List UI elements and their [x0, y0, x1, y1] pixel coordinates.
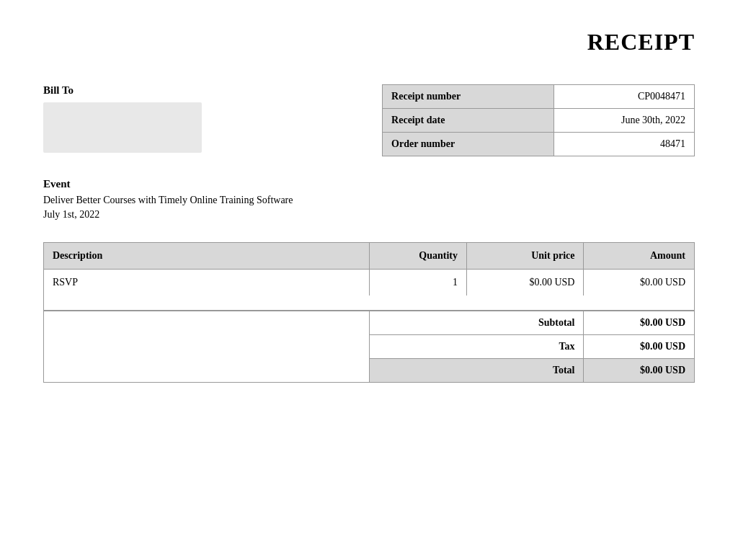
receipt-date-row: Receipt date June 30th, 2022 — [383, 109, 695, 133]
total-label: Total — [369, 359, 584, 383]
bill-to-label: Bill To — [43, 84, 304, 97]
row-unit-price: $0.00 USD — [466, 270, 584, 296]
order-number-value: 48471 — [554, 133, 695, 156]
event-label: Event — [43, 178, 695, 190]
spacer-row — [44, 295, 695, 311]
receipt-number-row: Receipt number CP0048471 — [383, 85, 695, 109]
header-description: Description — [44, 243, 370, 270]
header-amount: Amount — [584, 243, 695, 270]
subtotal-row: Subtotal $0.00 USD — [44, 311, 695, 335]
row-description: RSVP — [44, 270, 370, 296]
tax-label: Tax — [369, 335, 584, 359]
summary-table: Subtotal $0.00 USD Tax $0.00 USD Total $… — [43, 311, 695, 383]
event-section: Event Deliver Better Courses with Timely… — [43, 178, 695, 221]
receipt-number-label: Receipt number — [383, 85, 554, 109]
items-table: Description Quantity Unit price Amount R… — [43, 242, 695, 311]
bill-to-section: Bill To — [43, 84, 304, 153]
row-amount: $0.00 USD — [584, 270, 695, 296]
bill-to-placeholder — [43, 102, 202, 153]
order-number-label: Order number — [383, 133, 554, 156]
receipt-date-value: June 30th, 2022 — [554, 109, 695, 133]
receipt-number-value: CP0048471 — [554, 85, 695, 109]
table-row: RSVP 1 $0.00 USD $0.00 USD — [44, 270, 695, 296]
receipt-info-table: Receipt number CP0048471 Receipt date Ju… — [382, 84, 695, 156]
row-quantity: 1 — [369, 270, 466, 296]
receipt-date-label: Receipt date — [383, 109, 554, 133]
subtotal-label: Subtotal — [369, 311, 584, 335]
receipt-title: RECEIPT — [43, 29, 695, 55]
summary-left-empty — [44, 311, 370, 383]
table-header-row: Description Quantity Unit price Amount — [44, 243, 695, 270]
tax-value: $0.00 USD — [584, 335, 695, 359]
event-date: July 1st, 2022 — [43, 209, 695, 221]
event-name: Deliver Better Courses with Timely Onlin… — [43, 195, 695, 206]
subtotal-value: $0.00 USD — [584, 311, 695, 335]
total-value: $0.00 USD — [584, 359, 695, 383]
header-quantity: Quantity — [369, 243, 466, 270]
order-number-row: Order number 48471 — [383, 133, 695, 156]
header-unit-price: Unit price — [466, 243, 584, 270]
